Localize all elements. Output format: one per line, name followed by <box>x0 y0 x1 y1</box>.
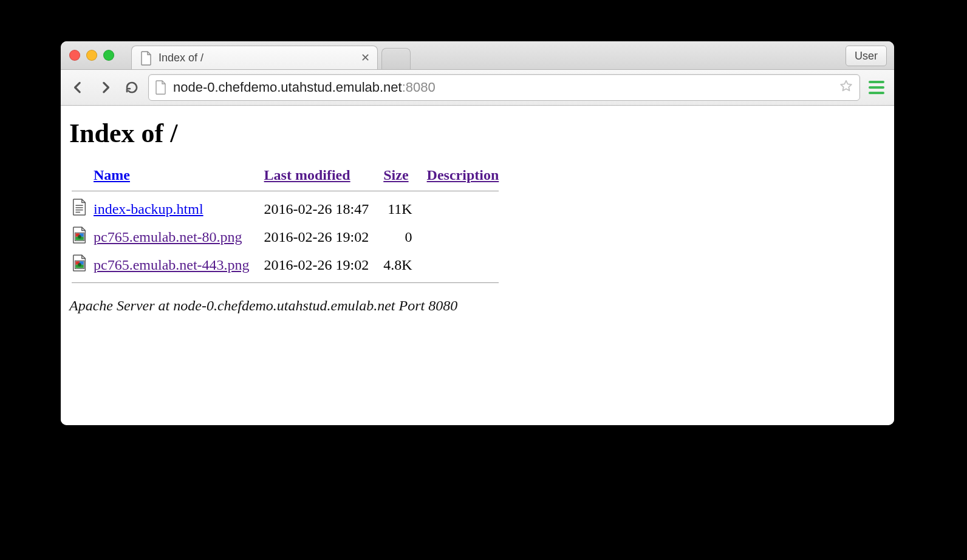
file-size: 4.8K <box>381 251 424 279</box>
file-last-modified: 2016-02-26 19:02 <box>262 251 381 279</box>
table-row: pc765.emulab.net-443.png2016-02-26 19:02… <box>69 251 511 279</box>
svg-point-13 <box>78 263 81 267</box>
col-icon <box>69 163 91 187</box>
reload-button[interactable] <box>121 77 142 98</box>
close-window-button[interactable] <box>69 50 80 61</box>
url-port: :8080 <box>402 80 436 95</box>
image-icon <box>72 227 87 244</box>
profile-button[interactable]: User <box>846 46 887 66</box>
file-link[interactable]: pc765.emulab.net-80.png <box>94 229 242 245</box>
tabstrip: Index of / ✕ <box>131 41 411 69</box>
directory-listing-table: Name Last modified Size Description inde… <box>69 163 511 287</box>
file-description <box>425 223 511 251</box>
url-text: node-0.chefdemo.utahstud.emulab.net:8080 <box>173 80 833 95</box>
file-type-icon <box>69 251 91 279</box>
window-controls <box>69 50 114 61</box>
file-type-icon <box>69 195 91 223</box>
col-name[interactable]: Name <box>91 163 262 187</box>
file-link[interactable]: index-backup.html <box>94 201 203 217</box>
toolbar: node-0.chefdemo.utahstud.emulab.net:8080 <box>61 70 894 106</box>
hamburger-menu-icon[interactable] <box>866 77 887 98</box>
server-signature: Apache Server at node-0.chefdemo.utahstu… <box>69 298 886 314</box>
address-bar[interactable]: node-0.chefdemo.utahstud.emulab.net:8080 <box>148 74 860 101</box>
file-size: 0 <box>381 223 424 251</box>
bookmark-star-icon[interactable] <box>839 79 853 96</box>
zoom-window-button[interactable] <box>103 50 114 61</box>
col-last-modified[interactable]: Last modified <box>262 163 381 187</box>
new-tab-button[interactable] <box>381 48 411 69</box>
table-header-row: Name Last modified Size Description <box>69 163 511 187</box>
file-description <box>425 195 511 223</box>
titlebar: Index of / ✕ User <box>61 41 894 70</box>
file-size: 11K <box>381 195 424 223</box>
forward-button[interactable] <box>95 77 115 98</box>
tab-active[interactable]: Index of / ✕ <box>131 46 378 69</box>
url-host: node-0.chefdemo.utahstud.emulab.net <box>173 80 402 95</box>
back-button[interactable] <box>68 77 89 98</box>
col-size[interactable]: Size <box>381 163 424 187</box>
svg-point-8 <box>78 235 81 239</box>
image-icon <box>72 254 87 271</box>
browser-window: Index of / ✕ User <box>61 41 894 425</box>
table-row: index-backup.html2016-02-26 18:4711K <box>69 195 511 223</box>
page-heading: Index of / <box>69 118 886 149</box>
text-icon <box>72 199 87 216</box>
minimize-window-button[interactable] <box>86 50 97 61</box>
page-icon <box>140 51 152 64</box>
file-last-modified: 2016-02-26 19:02 <box>262 223 381 251</box>
col-description[interactable]: Description <box>425 163 511 187</box>
file-description <box>425 251 511 279</box>
file-link[interactable]: pc765.emulab.net-443.png <box>94 257 250 273</box>
page-icon <box>155 80 167 95</box>
file-type-icon <box>69 223 91 251</box>
tab-close-button[interactable]: ✕ <box>361 52 370 63</box>
table-row: pc765.emulab.net-80.png2016-02-26 19:020 <box>69 223 511 251</box>
tab-title: Index of / <box>159 52 203 64</box>
page-content: Index of / Name Last modified Size Descr… <box>61 106 894 425</box>
profile-button-label: User <box>855 50 878 63</box>
file-last-modified: 2016-02-26 18:47 <box>262 195 381 223</box>
